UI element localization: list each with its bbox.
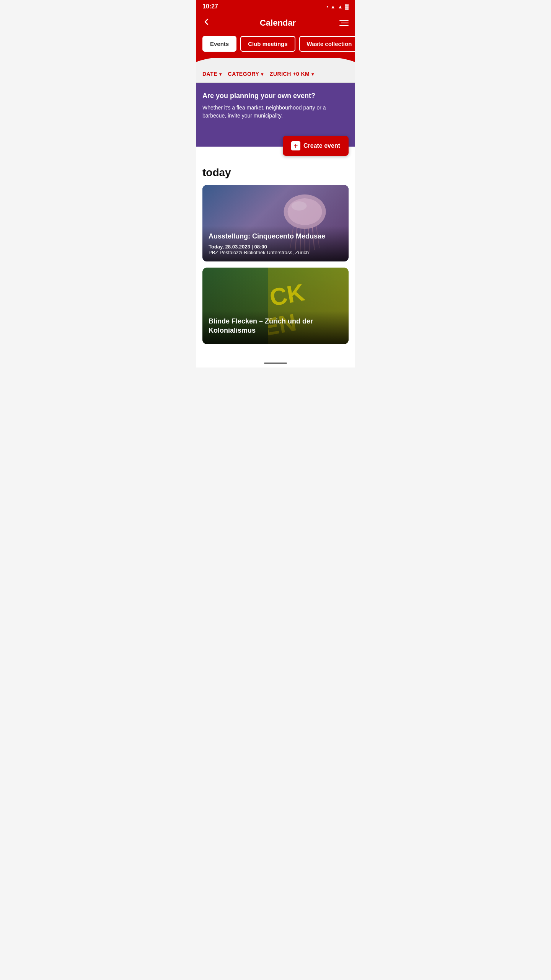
filter-category[interactable]: CATEGORY ▾	[228, 71, 264, 77]
wave-separator	[196, 58, 355, 65]
event-card-title-2: Blinde Flecken – Zürich und der Kolonial…	[209, 317, 342, 335]
signal-icon: ▲	[338, 4, 343, 10]
chevron-down-icon: ▾	[311, 72, 314, 77]
today-section: today	[196, 147, 355, 356]
status-icons: ▪ ▲ ▲ ▓	[326, 4, 349, 10]
main-content: Are you planning your own event? Whether…	[196, 83, 355, 356]
event-card[interactable]: CK EN Blinde Flecken – Zürich und der Ko…	[202, 268, 349, 344]
svg-point-1	[287, 198, 322, 225]
create-event-button[interactable]: + Create event	[283, 136, 349, 156]
promo-text: Whether it's a flea market, neighbourhoo…	[202, 104, 349, 120]
tab-club-meetings[interactable]: Club meetings	[240, 36, 295, 52]
event-card-title: Ausstellung: Cinquecento Medusae	[209, 232, 342, 241]
filter-bar: DATE ▾ CATEGORY ▾ ZURICH +0 KM ▾	[196, 65, 355, 83]
event-card-date: Today, 28.03.2023 | 08:00	[209, 244, 342, 250]
filter-category-label: CATEGORY	[228, 71, 259, 77]
event-card-overlay: Ausstellung: Cinquecento Medusae Today, …	[202, 226, 349, 261]
promo-title: Are you planning your own event?	[202, 92, 349, 100]
status-bar: 10:27 ▪ ▲ ▲ ▓	[196, 0, 355, 13]
bottom-home-indicator	[264, 363, 287, 364]
tab-waste-collection[interactable]: Waste collection	[299, 36, 355, 52]
filter-location-label: ZURICH +0 KM	[270, 71, 310, 77]
filter-location[interactable]: ZURICH +0 KM ▾	[270, 71, 314, 77]
status-time: 10:27	[202, 3, 218, 10]
wifi-icon: ▲	[331, 4, 336, 10]
create-event-label: Create event	[303, 142, 340, 149]
page-title: Calendar	[216, 18, 339, 28]
chevron-down-icon: ▾	[261, 72, 264, 77]
chevron-down-icon: ▾	[219, 72, 222, 77]
event-card[interactable]: Ausstellung: Cinquecento Medusae Today, …	[202, 185, 349, 261]
tabs-container: Events Club meetings Waste collection Ho…	[196, 36, 355, 58]
bottom-nav	[196, 356, 355, 368]
battery-icon: ▓	[345, 4, 349, 10]
sim-icon: ▪	[326, 4, 328, 10]
svg-point-9	[291, 201, 306, 211]
tab-events[interactable]: Events	[202, 36, 236, 52]
event-card-location: PBZ Pestalozzi-Bibliothek Unterstrass, Z…	[209, 250, 342, 255]
event-card-overlay-2: Blinde Flecken – Zürich und der Kolonial…	[202, 311, 349, 344]
header: Calendar	[196, 13, 355, 36]
today-label: today	[202, 167, 349, 179]
filter-date-label: DATE	[202, 71, 217, 77]
promo-banner: Are you planning your own event? Whether…	[196, 83, 355, 147]
back-button[interactable]	[202, 18, 216, 28]
menu-button[interactable]	[339, 20, 349, 26]
filter-date[interactable]: DATE ▾	[202, 71, 222, 77]
plus-icon: +	[291, 141, 300, 150]
